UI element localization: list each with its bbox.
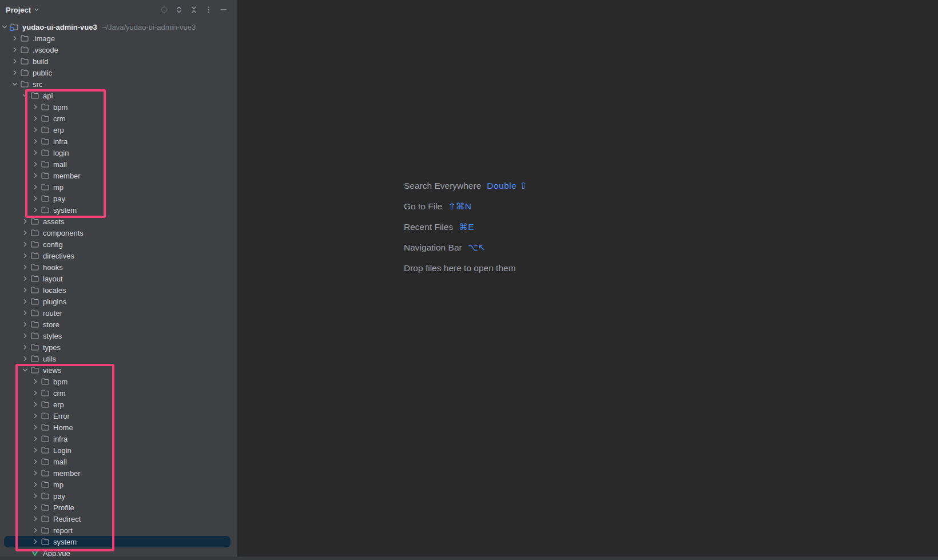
tree-row-src[interactable]: src — [0, 78, 237, 90]
chevron-right-icon[interactable] — [31, 434, 40, 443]
tree-row-home[interactable]: Home — [0, 422, 237, 433]
chevron-right-icon[interactable] — [31, 137, 40, 146]
tree-row-router[interactable]: router — [0, 307, 237, 319]
chevron-right-icon[interactable] — [31, 503, 40, 512]
tree-row-components[interactable]: components — [0, 227, 237, 239]
tree-row-member[interactable]: member — [0, 467, 237, 479]
chevron-right-icon[interactable] — [31, 411, 40, 420]
chevron-right-icon[interactable] — [10, 68, 19, 77]
chevron-right-icon[interactable] — [31, 114, 40, 123]
tree-row-api[interactable]: api — [0, 90, 237, 101]
chevron-right-icon[interactable] — [21, 285, 30, 295]
chevron-down-icon[interactable] — [0, 22, 9, 31]
chevron-right-icon[interactable] — [31, 388, 40, 398]
chevron-right-icon[interactable] — [31, 182, 40, 192]
chevron-right-icon[interactable] — [31, 468, 40, 478]
tree-row-plugins[interactable]: plugins — [0, 296, 237, 307]
tree-row-config[interactable]: config — [0, 239, 237, 250]
hide-panel-icon[interactable] — [217, 3, 230, 16]
chevron-right-icon[interactable] — [21, 308, 30, 317]
tree-row-styles[interactable]: styles — [0, 330, 237, 341]
tree-row-crm[interactable]: crm — [0, 113, 237, 124]
tree-row-.vscode[interactable]: .vscode — [0, 44, 237, 55]
tree-row-assets[interactable]: assets — [0, 216, 237, 227]
tree-row-locales[interactable]: locales — [0, 284, 237, 296]
chevron-right-icon[interactable] — [21, 320, 30, 329]
tree-row-redirect[interactable]: Redirect — [0, 513, 237, 525]
chevron-down-icon[interactable] — [10, 80, 19, 89]
tree-row-erp[interactable]: erp — [0, 124, 237, 136]
chevron-down-icon[interactable] — [21, 366, 30, 375]
tree-row-utils[interactable]: utils — [0, 353, 237, 364]
chevron-right-icon[interactable] — [31, 148, 40, 157]
chevron-right-icon[interactable] — [31, 160, 40, 169]
more-options-icon[interactable] — [202, 3, 215, 16]
chevron-right-icon[interactable] — [31, 526, 40, 535]
chevron-right-icon[interactable] — [31, 514, 40, 523]
chevron-right-icon[interactable] — [21, 228, 30, 237]
tree-row-.image[interactable]: .image — [0, 33, 237, 44]
tree-item-label: public — [33, 69, 52, 77]
chevron-right-icon[interactable] — [31, 125, 40, 134]
tree-row-report[interactable]: report — [0, 525, 237, 536]
tree-row-infra[interactable]: infra — [0, 433, 237, 444]
chevron-right-icon[interactable] — [21, 217, 30, 226]
chevron-right-icon[interactable] — [10, 45, 19, 54]
tree-row-login[interactable]: login — [0, 147, 237, 158]
chevron-right-icon[interactable] — [31, 457, 40, 466]
chevron-right-icon[interactable] — [31, 446, 40, 455]
chevron-right-icon[interactable] — [21, 331, 30, 340]
chevron-right-icon[interactable] — [31, 171, 40, 180]
chevron-right-icon[interactable] — [10, 34, 19, 43]
chevron-right-icon[interactable] — [31, 491, 40, 501]
tree-row-infra[interactable]: infra — [0, 136, 237, 147]
chevron-right-icon[interactable] — [31, 400, 40, 409]
chevron-right-icon[interactable] — [21, 354, 30, 363]
tree-row-types[interactable]: types — [0, 341, 237, 353]
tree-row-login[interactable]: Login — [0, 444, 237, 456]
tree-row-erp[interactable]: erp — [0, 399, 237, 410]
tree-row-store[interactable]: store — [0, 319, 237, 330]
chevron-right-icon[interactable] — [21, 274, 30, 283]
chevron-right-icon[interactable] — [31, 205, 40, 215]
tree-row-views[interactable]: views — [0, 364, 237, 376]
tree-row-yudao-ui-admin-vue3[interactable]: yudao-ui-admin-vue3~/Java/yudao-ui-admin… — [0, 21, 237, 33]
tree-row-layout[interactable]: layout — [0, 273, 237, 284]
tree-row-bpm[interactable]: bpm — [0, 376, 237, 387]
chevron-right-icon[interactable] — [21, 240, 30, 249]
chevron-down-icon[interactable] — [21, 91, 30, 100]
chevron-right-icon[interactable] — [21, 263, 30, 272]
chevron-right-icon[interactable] — [31, 194, 40, 203]
tree-row-mp[interactable]: mp — [0, 479, 237, 490]
tree-row-error[interactable]: Error — [0, 410, 237, 422]
tree-row-build[interactable]: build — [0, 55, 237, 67]
tree-item-label: Error — [53, 412, 70, 420]
tool-window-title[interactable]: Project — [6, 6, 31, 14]
tree-row-bpm[interactable]: bpm — [0, 101, 237, 113]
expand-all-icon[interactable] — [173, 3, 185, 16]
tree-row-mp[interactable]: mp — [0, 181, 237, 193]
tree-row-pay[interactable]: pay — [0, 193, 237, 204]
tree-row-system[interactable]: system — [0, 536, 237, 547]
chevron-right-icon[interactable] — [10, 57, 19, 66]
collapse-all-icon[interactable] — [188, 3, 200, 16]
tree-row-profile[interactable]: Profile — [0, 502, 237, 513]
chevron-right-icon[interactable] — [21, 297, 30, 306]
tree-row-crm[interactable]: crm — [0, 387, 237, 399]
tree-row-hooks[interactable]: hooks — [0, 261, 237, 273]
chevron-right-icon[interactable] — [31, 537, 40, 546]
chevron-right-icon[interactable] — [31, 377, 40, 386]
tree-row-public[interactable]: public — [0, 67, 237, 78]
tree-row-system[interactable]: system — [0, 204, 237, 216]
tree-row-mall[interactable]: mall — [0, 456, 237, 467]
tree-row-mall[interactable]: mall — [0, 158, 237, 170]
chevron-right-icon[interactable] — [31, 480, 40, 489]
tree-row-directives[interactable]: directives — [0, 250, 237, 261]
chevron-right-icon[interactable] — [21, 251, 30, 260]
chevron-right-icon[interactable] — [31, 102, 40, 112]
chevron-right-icon[interactable] — [31, 423, 40, 432]
tree-row-pay[interactable]: pay — [0, 490, 237, 502]
chevron-down-icon[interactable] — [34, 7, 39, 13]
tree-row-member[interactable]: member — [0, 170, 237, 181]
chevron-right-icon[interactable] — [21, 343, 30, 352]
